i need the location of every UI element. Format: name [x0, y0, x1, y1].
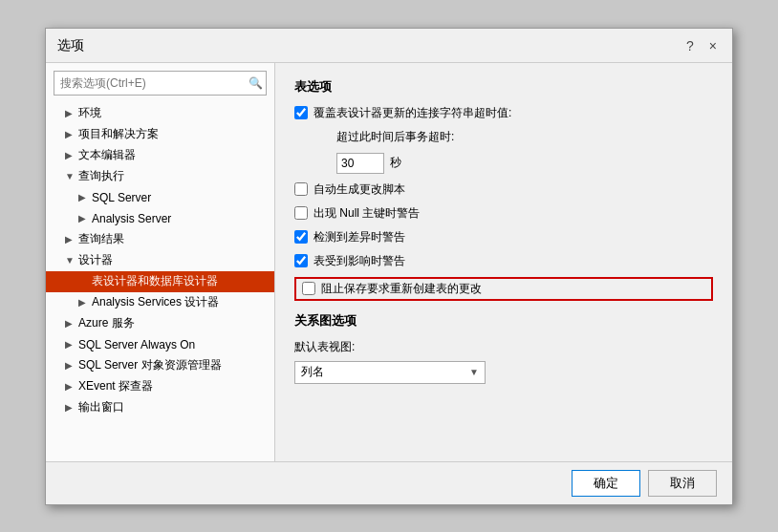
tree-item-queryexec[interactable]: ▼ 查询执行: [46, 166, 274, 187]
checkbox-nullwarn[interactable]: [294, 206, 308, 220]
right-panel: 表选项 覆盖表设计器更新的连接字符串超时值: 超过此时间后事务超时: 秒 自动生…: [275, 63, 732, 461]
arrow-azure: ▶: [65, 318, 78, 329]
label-queryexec: 查询执行: [78, 168, 124, 184]
tree-item-project[interactable]: ▶ 项目和解决方案: [46, 124, 274, 145]
arrow-project: ▶: [65, 129, 78, 139]
arrow-queryresults: ▶: [65, 234, 78, 245]
label-analysisserver: Analysis Server: [92, 212, 171, 225]
arrow-objectexplorer: ▶: [65, 360, 78, 371]
timeout-unit: 秒: [390, 155, 401, 171]
arrow-analysisservices: ▶: [78, 297, 92, 308]
timeout-label: 超过此时间后事务超时:: [336, 129, 713, 145]
arrow-queryexec: ▼: [65, 171, 78, 181]
label-azure: Azure 服务: [78, 315, 135, 331]
arrow-env: ▶: [65, 108, 78, 118]
checkbox-affectwarn[interactable]: [294, 254, 308, 267]
label-preventsave: 阻止保存要求重新创建表的更改: [321, 281, 482, 297]
options-dialog: 选项 ? × 🔍 ▶ 环境 ▶ 项目和解决方案: [45, 28, 733, 505]
checkbox-diffwarn[interactable]: [294, 230, 308, 244]
tree-item-azure[interactable]: ▶ Azure 服务: [46, 313, 274, 334]
dialog-body: 🔍 ▶ 环境 ▶ 项目和解决方案 ▶ 文本编辑器 ▼ 查询执行: [46, 63, 732, 461]
label-project: 项目和解决方案: [78, 126, 159, 142]
tree-item-analysisserver[interactable]: ▶ Analysis Server: [46, 208, 274, 229]
option-row-override: 覆盖表设计器更新的连接字符串超时值:: [294, 105, 713, 121]
option-row-diffwarn: 检测到差异时警告: [294, 229, 713, 245]
label-xevent: XEvent 探查器: [78, 378, 153, 394]
option-row-autoscript: 自动生成更改脚本: [294, 181, 713, 198]
label-analysisservices: Analysis Services 设计器: [92, 294, 219, 310]
dropdown-selected-value: 列名: [301, 364, 324, 380]
label-output: 输出窗口: [78, 399, 124, 415]
tree-item-env[interactable]: ▶ 环境: [46, 103, 274, 124]
option-row-preventsave: 阻止保存要求重新创建表的更改: [294, 277, 713, 301]
label-autoscript: 自动生成更改脚本: [313, 181, 405, 198]
label-tabledesigner: 表设计器和数据库设计器: [92, 273, 218, 289]
default-view-dropdown[interactable]: 列名 ▼: [294, 361, 486, 384]
dialog-footer: 确定 取消: [46, 461, 732, 504]
search-input[interactable]: [54, 76, 245, 90]
search-box[interactable]: 🔍: [54, 71, 267, 96]
section-divider: 关系图选项 默认表视图: 列名 ▼: [294, 312, 713, 384]
relation-options-title: 关系图选项: [294, 312, 713, 330]
tree-item-sqlserver[interactable]: ▶ SQL Server: [46, 187, 274, 208]
label-queryresults: 查询结果: [78, 231, 124, 247]
search-icon: 🔍: [245, 76, 266, 90]
tree-item-output[interactable]: ▶ 输出窗口: [46, 397, 274, 418]
label-env: 环境: [78, 105, 101, 121]
left-panel: 🔍 ▶ 环境 ▶ 项目和解决方案 ▶ 文本编辑器 ▼ 查询执行: [46, 63, 275, 461]
title-controls: ? ×: [682, 38, 721, 53]
label-diffwarn: 检测到差异时警告: [313, 229, 405, 245]
table-options-title: 表选项: [294, 78, 713, 96]
arrow-designer: ▼: [65, 255, 78, 266]
label-objectexplorer: SQL Server 对象资源管理器: [78, 357, 222, 373]
label-alwayson: SQL Server Always On: [78, 338, 195, 351]
dialog-title: 选项: [57, 37, 84, 54]
tree-item-queryresults[interactable]: ▶ 查询结果: [46, 229, 274, 250]
tree-area: ▶ 环境 ▶ 项目和解决方案 ▶ 文本编辑器 ▼ 查询执行 ▶ SQL Se: [46, 103, 274, 454]
tree-item-alwayson[interactable]: ▶ SQL Server Always On: [46, 334, 274, 355]
close-button[interactable]: ×: [705, 38, 721, 53]
arrow-sqlserver: ▶: [78, 192, 92, 202]
arrow-xevent: ▶: [65, 381, 78, 392]
dropdown-arrow-icon: ▼: [469, 367, 479, 377]
arrow-output: ▶: [65, 402, 78, 413]
cancel-button[interactable]: 取消: [648, 470, 717, 497]
label-sqlserver: SQL Server: [92, 191, 151, 204]
label-override: 覆盖表设计器更新的连接字符串超时值:: [313, 105, 511, 121]
arrow-alwayson: ▶: [65, 339, 78, 350]
option-row-affectwarn: 表受到影响时警告: [294, 253, 713, 269]
label-affectwarn: 表受到影响时警告: [313, 253, 405, 269]
label-designer: 设计器: [78, 252, 113, 268]
label-nullwarn: 出现 Null 主键时警告: [313, 205, 420, 222]
checkbox-preventsave[interactable]: [302, 282, 315, 295]
timeout-section: 超过此时间后事务超时: 秒: [315, 129, 713, 174]
ok-button[interactable]: 确定: [572, 470, 640, 497]
checkbox-autoscript[interactable]: [294, 182, 308, 196]
label-texteditor: 文本编辑器: [78, 147, 136, 163]
default-view-label: 默认表视图:: [294, 339, 713, 355]
tree-item-analysisservices[interactable]: ▶ Analysis Services 设计器: [46, 292, 274, 313]
checkbox-override[interactable]: [294, 106, 308, 119]
timeout-row: 秒: [336, 153, 713, 174]
arrow-texteditor: ▶: [65, 150, 78, 160]
option-row-nullwarn: 出现 Null 主键时警告: [294, 205, 713, 222]
tree-item-xevent[interactable]: ▶ XEvent 探查器: [46, 376, 274, 397]
title-bar: 选项 ? ×: [46, 29, 732, 63]
tree-item-tabledesigner[interactable]: 表设计器和数据库设计器: [46, 271, 274, 292]
timeout-input[interactable]: [336, 153, 384, 174]
tree-item-objectexplorer[interactable]: ▶ SQL Server 对象资源管理器: [46, 355, 274, 376]
help-button[interactable]: ?: [682, 38, 698, 53]
tree-item-texteditor[interactable]: ▶ 文本编辑器: [46, 145, 274, 166]
tree-item-designer[interactable]: ▼ 设计器: [46, 250, 274, 271]
arrow-analysisserver: ▶: [78, 213, 92, 223]
